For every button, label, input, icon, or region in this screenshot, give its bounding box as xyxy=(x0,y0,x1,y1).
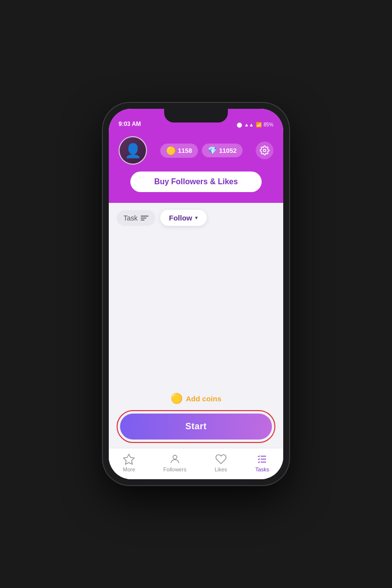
follow-chevron-icon: ▾ xyxy=(195,215,198,221)
header-top: 👤 🟡 1158 💎 11052 xyxy=(119,136,273,165)
coin-count: 1158 xyxy=(178,147,192,154)
start-button[interactable]: Start xyxy=(120,414,272,440)
svg-point-2 xyxy=(173,455,177,459)
svg-point-0 xyxy=(263,149,266,152)
start-button-wrap: Start xyxy=(117,410,275,443)
follow-label: Follow xyxy=(169,214,193,222)
settings-button[interactable] xyxy=(256,142,273,159)
add-coins-label: Add coins xyxy=(186,394,221,403)
avatar-figure: 👤 xyxy=(124,143,142,159)
gem-count: 11052 xyxy=(219,147,237,154)
avatar[interactable]: 👤 xyxy=(119,136,147,165)
svg-marker-1 xyxy=(123,454,134,465)
battery-value: 85% xyxy=(264,122,273,127)
signal-icon: 📶 xyxy=(256,122,262,127)
status-time: 9:03 AM xyxy=(119,121,141,127)
currency-row: 🟡 1158 💎 11052 xyxy=(160,144,243,158)
nav-item-more[interactable]: More xyxy=(123,453,135,472)
bottom-nav: More Followers Likes xyxy=(109,448,283,479)
coin-icon: 🟡 xyxy=(166,146,176,155)
wifi-icon: ▲▲ xyxy=(244,122,254,127)
add-coins-icon: 🟡 xyxy=(171,392,183,404)
nav-more-label: More xyxy=(123,466,135,472)
filter-lines-icon xyxy=(141,216,148,220)
avatar-image: 👤 xyxy=(120,137,146,164)
nav-followers-label: Followers xyxy=(163,466,186,472)
nav-likes-label: Likes xyxy=(215,466,227,472)
coin-badge: 🟡 1158 xyxy=(160,144,198,158)
phone-screen: 9:03 AM ⬤ ▲▲ 📶 85% 👤 🟡 xyxy=(109,109,283,479)
add-coins-row[interactable]: 🟡 Add coins xyxy=(171,392,221,404)
nav-item-likes[interactable]: Likes xyxy=(215,453,227,472)
nav-item-tasks[interactable]: Tasks xyxy=(255,453,269,472)
follow-dropdown-button[interactable]: Follow ▾ xyxy=(160,210,207,226)
notch xyxy=(164,109,228,122)
buy-button-wrap: Buy Followers & Likes xyxy=(119,172,273,192)
gem-badge: 💎 11052 xyxy=(202,144,243,157)
nav-item-followers[interactable]: Followers xyxy=(163,453,186,472)
buy-followers-likes-button[interactable]: Buy Followers & Likes xyxy=(130,172,262,192)
tab-row: Task Follow ▾ xyxy=(109,203,283,231)
header: 👤 🟡 1158 💎 11052 xyxy=(109,130,283,203)
recording-icon: ⬤ xyxy=(237,122,242,127)
content-area: 🟡 Add coins Start xyxy=(109,231,283,448)
task-filter-button[interactable]: Task xyxy=(117,210,155,226)
status-icons: ⬤ ▲▲ 📶 85% xyxy=(237,122,273,127)
task-label: Task xyxy=(123,214,138,222)
nav-tasks-label: Tasks xyxy=(255,466,269,472)
gem-icon: 💎 xyxy=(208,146,217,155)
phone-frame: 9:03 AM ⬤ ▲▲ 📶 85% 👤 🟡 xyxy=(103,103,289,485)
